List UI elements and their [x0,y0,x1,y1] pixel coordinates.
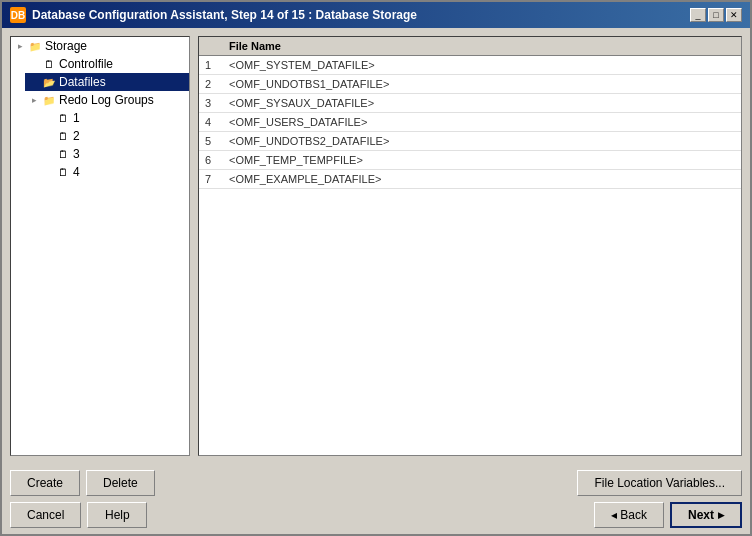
cell-num-2: 2 [205,78,229,90]
folder-icon-redolog: 📁 [42,93,56,107]
file-icon-g4: 🗒 [56,165,70,179]
table-panel: File Name 1 <OMF_SYSTEM_DATAFILE> 2 <OMF… [198,36,742,456]
create-button[interactable]: Create [10,470,80,496]
cell-num-3: 3 [205,97,229,109]
tree-item-storage[interactable]: ▸ 📁 Storage [11,37,189,55]
close-button[interactable]: ✕ [726,8,742,22]
title-bar: DB Database Configuration Assistant, Ste… [2,2,750,28]
next-arrow-icon: ▸ [718,508,724,522]
tree-item-group4[interactable]: 🗒 4 [39,163,189,181]
nav-group: ◂ Back Next ▸ [594,502,742,528]
table-row[interactable]: 6 <OMF_TEMP_TEMPFILE> [199,151,741,170]
next-button[interactable]: Next ▸ [670,502,742,528]
create-delete-group: Create Delete [10,470,155,496]
main-window: DB Database Configuration Assistant, Ste… [0,0,752,536]
table-row[interactable]: 7 <OMF_EXAMPLE_DATAFILE> [199,170,741,189]
folder-icon-datafiles: 📂 [42,75,56,89]
file-icon-controlfile: 🗒 [42,57,56,71]
table-header: File Name [199,37,741,56]
title-bar-left: DB Database Configuration Assistant, Ste… [10,7,417,23]
tree-label-datafiles: Datafiles [59,75,106,89]
cancel-help-group: Cancel Help [10,502,147,528]
tree-label-group4: 4 [73,165,80,179]
table-row[interactable]: 2 <OMF_UNDOTBS1_DATAFILE> [199,75,741,94]
back-button[interactable]: ◂ Back [594,502,664,528]
content-area: ▸ 📁 Storage 🗒 Controlfile 📂 Datafiles ▸ … [2,28,750,464]
app-icon: DB [10,7,26,23]
tree-label-group2: 2 [73,129,80,143]
cell-num-5: 5 [205,135,229,147]
tree-label-controlfile: Controlfile [59,57,113,71]
cell-num-7: 7 [205,173,229,185]
help-button[interactable]: Help [87,502,147,528]
tree-label-group1: 1 [73,111,80,125]
tree-item-group1[interactable]: 🗒 1 [39,109,189,127]
tree-label-group3: 3 [73,147,80,161]
cell-num-1: 1 [205,59,229,71]
btn-row-bottom: Cancel Help ◂ Back Next ▸ [10,502,742,528]
file-location-variables-button[interactable]: File Location Variables... [577,470,742,496]
col-num-header [205,40,229,52]
cell-num-4: 4 [205,116,229,128]
cancel-button[interactable]: Cancel [10,502,81,528]
tree-item-datafiles[interactable]: 📂 Datafiles [25,73,189,91]
tree-label-storage: Storage [45,39,87,53]
tree-item-group3[interactable]: 🗒 3 [39,145,189,163]
expand-icon-storage: ▸ [15,41,25,51]
cell-filename-3: <OMF_SYSAUX_DATAFILE> [229,97,735,109]
expand-icon-redolog: ▸ [29,95,39,105]
table-body: 1 <OMF_SYSTEM_DATAFILE> 2 <OMF_UNDOTBS1_… [199,56,741,455]
btn-row-top: Create Delete File Location Variables... [10,470,742,496]
table-row[interactable]: 1 <OMF_SYSTEM_DATAFILE> [199,56,741,75]
tree-label-redolog: Redo Log Groups [59,93,154,107]
file-loc-group: File Location Variables... [577,470,742,496]
file-icon-g3: 🗒 [56,147,70,161]
table-row[interactable]: 5 <OMF_UNDOTBS2_DATAFILE> [199,132,741,151]
cell-filename-6: <OMF_TEMP_TEMPFILE> [229,154,735,166]
title-buttons: _ □ ✕ [690,8,742,22]
file-icon-g1: 🗒 [56,111,70,125]
cell-filename-5: <OMF_UNDOTBS2_DATAFILE> [229,135,735,147]
cell-num-6: 6 [205,154,229,166]
tree-item-controlfile[interactable]: 🗒 Controlfile [25,55,189,73]
back-arrow-icon: ◂ [611,508,620,522]
table-row[interactable]: 4 <OMF_USERS_DATAFILE> [199,113,741,132]
window-title: Database Configuration Assistant, Step 1… [32,8,417,22]
maximize-button[interactable]: □ [708,8,724,22]
minimize-button[interactable]: _ [690,8,706,22]
tree-item-group2[interactable]: 🗒 2 [39,127,189,145]
tree-item-redolog[interactable]: ▸ 📁 Redo Log Groups [25,91,189,109]
cell-filename-4: <OMF_USERS_DATAFILE> [229,116,735,128]
delete-button[interactable]: Delete [86,470,155,496]
bottom-area: Create Delete File Location Variables...… [2,464,750,534]
tree-panel: ▸ 📁 Storage 🗒 Controlfile 📂 Datafiles ▸ … [10,36,190,456]
col-filename-header: File Name [229,40,735,52]
cell-filename-2: <OMF_UNDOTBS1_DATAFILE> [229,78,735,90]
file-icon-g2: 🗒 [56,129,70,143]
folder-icon-storage: 📁 [28,39,42,53]
cell-filename-1: <OMF_SYSTEM_DATAFILE> [229,59,735,71]
cell-filename-7: <OMF_EXAMPLE_DATAFILE> [229,173,735,185]
table-row[interactable]: 3 <OMF_SYSAUX_DATAFILE> [199,94,741,113]
